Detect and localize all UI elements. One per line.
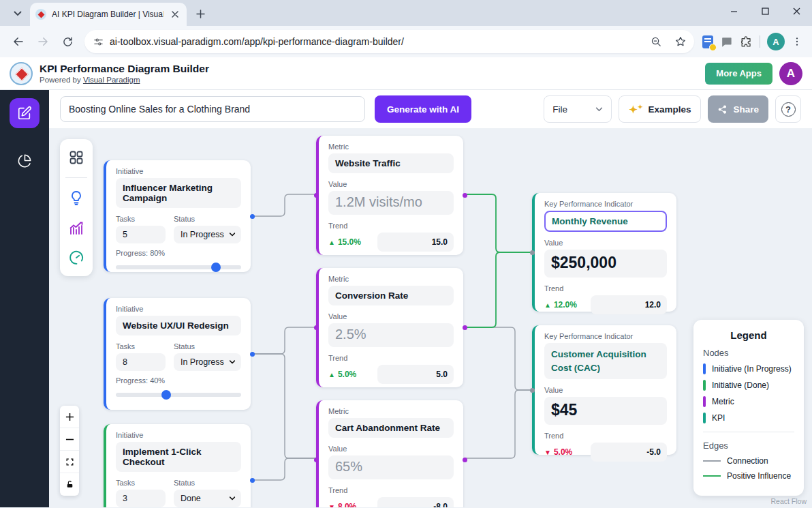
window-close-button[interactable] [781,0,812,22]
source-handle[interactable] [463,325,467,330]
metric-value[interactable]: 65% [328,455,454,479]
source-handle[interactable] [250,214,255,219]
source-handle[interactable] [250,352,255,357]
trend-input[interactable]: 15.0 [377,233,454,252]
reload-button[interactable] [56,30,79,53]
trend-input[interactable]: -5.0 [591,443,667,462]
initiative-node[interactable]: Initiative Implement 1-Click Checkout Ta… [104,424,251,507]
target-handle[interactable] [530,250,535,255]
target-handle[interactable] [530,388,535,393]
kpi-title-input[interactable]: Monthly Revenue [544,211,667,232]
kpi-value[interactable]: $45 [544,397,667,425]
generate-with-ai-button[interactable]: Generate with AI [375,95,471,123]
help-button[interactable]: ? [775,95,801,123]
source-handle[interactable] [463,193,467,198]
kpi-swatch [703,413,706,423]
back-button[interactable] [7,30,30,53]
tab-search-button[interactable] [8,5,27,23]
kpi-value[interactable]: $250,000 [544,250,667,278]
status-select[interactable]: In Progress [174,226,241,243]
examples-button[interactable]: ✦✦ Examples [619,95,701,123]
window-maximize-button[interactable] [749,0,781,22]
node-type-label: Key Performance Indicator [544,332,667,340]
progress-slider[interactable] [116,265,241,269]
kpi-title[interactable]: Customer Acquisition Cost (CAC) [544,343,667,379]
metric-title[interactable]: Conversion Rate [328,286,454,305]
trend-input[interactable]: 12.0 [591,295,667,314]
legend-nodes-heading: Nodes [703,348,794,358]
progress-slider[interactable] [116,393,241,397]
tasks-value[interactable]: 5 [116,226,166,243]
zoom-indicator-icon[interactable] [646,32,666,51]
metric-value[interactable]: 1.2M visits/mo [328,191,454,215]
metric-title[interactable]: Website Traffic [328,153,454,173]
palette-metric-chart-icon[interactable] [66,218,87,238]
initiative-title[interactable]: Website UX/UI Redesign [116,316,241,335]
site-settings-icon[interactable] [93,36,104,48]
edge-connection [464,327,532,390]
target-handle[interactable] [314,458,319,462]
window-minimize-button[interactable] [718,0,749,22]
palette-kpi-gauge-icon[interactable] [66,248,87,268]
user-avatar[interactable]: A [779,62,802,85]
prompt-input[interactable] [60,96,365,122]
trend-percent: 5.0% [554,447,572,457]
metric-node[interactable]: Metric Cart Abandonment Rate Value 65% T… [316,400,463,507]
new-tab-button[interactable] [191,4,210,23]
slider-thumb[interactable] [161,390,171,400]
plus-icon [65,413,74,421]
extensions-puzzle-icon[interactable] [740,35,753,48]
content-area: Generate with AI File ✦✦ Examples Share … [49,90,812,507]
file-menu-button[interactable]: File [544,95,612,123]
initiative-title[interactable]: Implement 1-Click Checkout [116,442,241,472]
source-handle[interactable] [463,458,467,462]
share-button[interactable]: Share [708,95,768,123]
slider-thumb[interactable] [211,263,221,272]
sidebar-item-editor[interactable] [10,98,40,128]
status-select[interactable]: In Progress [174,353,241,371]
diagram-canvas[interactable]: Initiative Influencer Marketing Campaign… [49,128,812,507]
kpi-node[interactable]: Key Performance Indicator Customer Acqui… [532,325,676,455]
initiative-node[interactable]: Initiative Influencer Marketing Campaign… [104,160,251,272]
feedback-bubble-icon[interactable] [720,35,733,48]
address-bar[interactable]: ai-toolbox.visual-paradigm.com/app/kpi-p… [84,30,694,53]
lock-toggle-button[interactable] [60,473,79,496]
bookmark-star-icon[interactable] [671,32,690,51]
target-handle[interactable] [314,325,319,330]
forward-button[interactable] [31,30,54,53]
metric-node[interactable]: Metric Website Traffic Value 1.2M visits… [316,136,463,255]
initiative-node[interactable]: Initiative Website UX/UI Redesign Tasks … [104,298,251,410]
url-text[interactable]: ai-toolbox.visual-paradigm.com/app/kpi-p… [110,36,641,47]
metric-value[interactable]: 2.5% [328,323,454,347]
browser-tab[interactable]: AI KPI Diagram Builder | Visualiz [30,3,187,26]
reading-mode-icon[interactable] [702,35,713,48]
more-apps-button[interactable]: More Apps [705,63,772,85]
edge-connection [251,354,316,458]
tab-close-icon[interactable] [169,8,181,20]
trend-input[interactable]: 5.0 [377,365,454,384]
initiative-title[interactable]: Influencer Marketing Campaign [116,178,241,208]
kpi-node[interactable]: Key Performance Indicator Monthly Revenu… [532,193,676,312]
metric-node[interactable]: Metric Conversion Rate Value 2.5% Trend … [316,268,463,387]
tasks-value[interactable]: 8 [116,353,166,371]
zoom-in-button[interactable] [60,406,79,428]
tab-title: AI KPI Diagram Builder | Visualiz [52,10,163,19]
browser-menu-kebab-icon[interactable] [792,36,802,47]
source-handle[interactable] [250,478,255,483]
app-header: KPI Performance Diagram Builder Powered … [0,57,812,90]
tasks-value[interactable]: 3 [116,490,166,507]
unlock-icon [65,480,74,489]
trend-badge: ▲15.0% [328,237,361,247]
palette-initiative-bulb-icon[interactable] [66,188,87,208]
visual-paradigm-link[interactable]: Visual Paradigm [83,76,140,84]
zoom-out-button[interactable] [60,428,79,451]
examples-label: Examples [648,104,691,115]
browser-profile-avatar[interactable]: A [767,33,785,50]
sidebar-item-charts[interactable] [10,146,40,176]
fit-view-button[interactable] [60,451,79,473]
target-handle[interactable] [314,193,319,198]
trend-input[interactable]: -8.0 [377,497,454,507]
metric-title[interactable]: Cart Abandonment Rate [328,418,454,438]
status-select[interactable]: Done [174,490,241,507]
palette-grid-icon[interactable] [66,147,87,168]
